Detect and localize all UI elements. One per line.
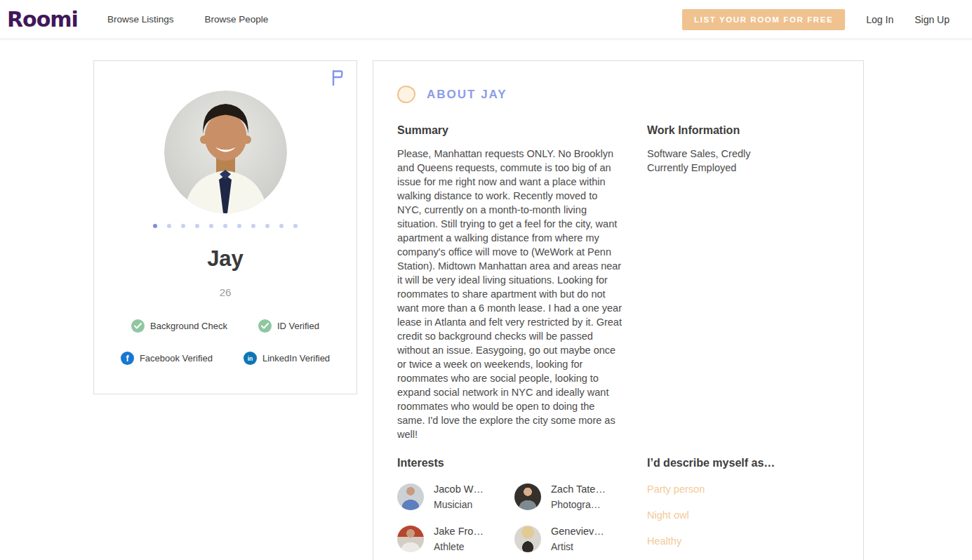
- trait-item[interactable]: Party person: [647, 484, 839, 495]
- carousel-dot[interactable]: [153, 224, 157, 228]
- topbar-right: LIST YOUR ROOM FOR FREE Log In Sign Up: [682, 9, 950, 30]
- carousel-dot[interactable]: [237, 224, 241, 228]
- describe-heading: I’d describe myself as…: [647, 457, 839, 469]
- badge-facebook-verified: f Facebook Verified: [121, 352, 213, 365]
- nav-browse-people[interactable]: Browse People: [204, 14, 268, 25]
- linkedin-icon: in: [244, 352, 257, 365]
- about-card: ABOUT JAY Summary Please, Manhattan requ…: [373, 60, 864, 560]
- summary-text: Please, Manhattan requests ONLY. No Broo…: [397, 147, 622, 441]
- list-your-room-button[interactable]: LIST YOUR ROOM FOR FREE: [682, 9, 845, 30]
- interest-person[interactable]: Zach Tate… Photogra…: [514, 484, 622, 510]
- about-grid: Summary Please, Manhattan requests ONLY.…: [397, 124, 839, 560]
- about-header: ABOUT JAY: [397, 86, 839, 103]
- person-name: Jake Fro…: [434, 526, 484, 537]
- carousel-dot[interactable]: [181, 224, 185, 228]
- badge-label: Background Check: [150, 321, 227, 331]
- summary-section: Summary Please, Manhattan requests ONLY.…: [397, 124, 622, 441]
- work-line: Currently Employed: [647, 161, 839, 175]
- profile-name: Jay: [207, 246, 244, 272]
- interests-heading: Interests: [397, 457, 622, 469]
- trait-list: Party person Night owl Healthy: [647, 484, 839, 547]
- carousel-dot[interactable]: [279, 224, 284, 228]
- carousel-dot[interactable]: [209, 224, 213, 228]
- carousel-dot[interactable]: [195, 224, 199, 228]
- carousel-dot[interactable]: [251, 224, 255, 228]
- facebook-icon: f: [121, 352, 134, 365]
- person-name: Jacob W…: [434, 484, 484, 495]
- badge-label: ID Verified: [277, 321, 319, 331]
- person-role: Photogra…: [551, 499, 606, 510]
- interests-people: Jacob W… Musician Zach Tate… Photogra…: [397, 484, 622, 552]
- badge-linkedin-verified: in LinkedIn Verified: [244, 352, 330, 365]
- profile-card: Jay 26 Background Check ID Verified: [93, 60, 357, 394]
- avatar: [397, 484, 424, 510]
- profile-age: 26: [220, 286, 232, 298]
- work-info-section: Work Information Software Sales, Credly …: [647, 124, 839, 441]
- carousel-dot[interactable]: [293, 224, 298, 228]
- carousel-dot[interactable]: [265, 224, 269, 228]
- describe-section: I’d describe myself as… Party person Nig…: [647, 457, 839, 560]
- verification-badges: Background Check ID Verified f Facebook …: [94, 319, 357, 384]
- login-link[interactable]: Log In: [866, 14, 893, 25]
- flag-report-icon[interactable]: [329, 69, 346, 87]
- carousel-dot[interactable]: [167, 224, 171, 228]
- work-line: Software Sales, Credly: [647, 147, 839, 161]
- badge-label: Facebook Verified: [140, 353, 213, 364]
- roomi-logo[interactable]: Roomi: [7, 7, 78, 32]
- person-role: Musician: [434, 499, 484, 510]
- blob-marker-icon: [397, 86, 415, 103]
- nav-browse-listings[interactable]: Browse Listings: [107, 14, 174, 25]
- avatar: [397, 526, 424, 552]
- person-name: Geneviev…: [551, 526, 604, 537]
- interest-person[interactable]: Geneviev… Artist: [514, 526, 622, 552]
- person-role: Artist: [551, 541, 604, 552]
- avatar: [514, 526, 541, 552]
- profile-page: Jay 26 Background Check ID Verified: [0, 39, 972, 560]
- person-role: Athlete: [434, 541, 484, 552]
- check-icon: [131, 319, 145, 333]
- badge-background-check: Background Check: [131, 319, 227, 333]
- photo-carousel-dots: [148, 224, 302, 228]
- badge-id-verified: ID Verified: [258, 319, 319, 333]
- carousel-dot[interactable]: [223, 224, 227, 228]
- work-info-heading: Work Information: [647, 124, 839, 137]
- interests-section: Interests Jacob W… Musician Zach Tate…: [397, 457, 622, 560]
- summary-heading: Summary: [397, 124, 622, 137]
- trait-item[interactable]: Night owl: [647, 509, 839, 521]
- signup-link[interactable]: Sign Up: [914, 14, 950, 25]
- interest-person[interactable]: Jake Fro… Athlete: [397, 526, 505, 552]
- top-navigation-bar: Roomi Browse Listings Browse People LIST…: [0, 0, 972, 39]
- interest-person[interactable]: Jacob W… Musician: [397, 484, 505, 510]
- check-icon: [258, 319, 272, 333]
- avatar: [514, 484, 541, 510]
- about-title: ABOUT JAY: [427, 88, 507, 102]
- trait-item[interactable]: Healthy: [647, 535, 839, 547]
- badge-label: LinkedIn Verified: [262, 353, 330, 364]
- person-name: Zach Tate…: [551, 484, 606, 495]
- profile-photo[interactable]: [164, 91, 287, 213]
- main-nav: Browse Listings Browse People: [107, 14, 268, 25]
